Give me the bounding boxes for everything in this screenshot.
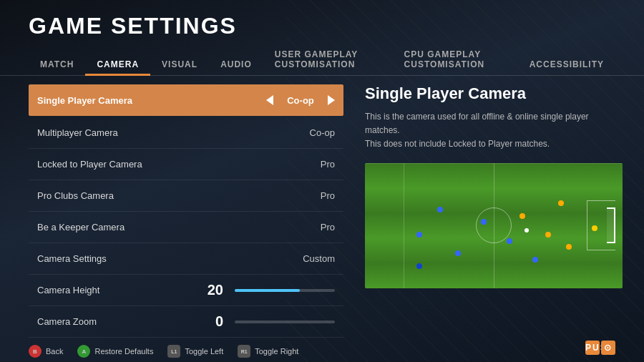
player [566,244,572,250]
push-logo: PUSH⊙ [584,340,615,355]
setting-label-multiplayer-camera: Multiplayer Camera [37,127,118,138]
keeper-camera-value: Pro [321,222,335,233]
single-player-camera-value: Co-op [279,95,322,106]
toggle-left-label: Toggle Left [185,347,223,356]
detail-panel: Single Player Camera This is the camera … [365,84,623,338]
camera-height-control: 20 [202,282,335,298]
player [545,232,551,238]
player [507,238,512,244]
player [558,200,564,206]
push-logo-icon: ⊙ [601,341,615,355]
setting-locked-to-player-camera[interactable]: Locked to Player Camera Pro [29,149,343,180]
camera-height-value: 20 [202,282,223,298]
setting-single-player-camera[interactable]: Single Player Camera Co-op [29,84,343,116]
toggle-right-icon: R1 [238,345,250,358]
setting-pro-clubs-camera[interactable]: Pro Clubs Camera Pro [29,180,343,212]
header: GAME SETTINGS [0,0,644,39]
back-button[interactable]: B Back [29,345,63,358]
detail-title: Single Player Camera [365,84,623,103]
camera-preview [365,163,623,288]
toggle-right-label: Toggle Right [255,347,298,356]
player [437,207,443,212]
detail-description: This is the camera used for all offline … [365,110,623,152]
setting-be-a-keeper-camera[interactable]: Be a Keeper Camera Pro [29,212,343,243]
tab-cpu-gameplay[interactable]: CPU GAMEPLAY CUSTOMISATION [393,45,518,75]
camera-zoom-value: 0 [202,313,223,330]
arrow-right-icon[interactable] [328,95,335,105]
toggle-right-button[interactable]: R1 Toggle Right [238,345,298,358]
camera-settings-value: Custom [303,253,335,264]
push-logo-text: PUSH [585,341,600,355]
tab-user-gameplay[interactable]: USER GAMEPLAY CUSTOMISATION [263,45,393,75]
setting-label-keeper: Be a Keeper Camera [37,222,125,233]
toggle-left-button[interactable]: L1 Toggle Left [167,345,223,358]
multiplayer-camera-value: Co-op [310,127,335,138]
player [455,250,461,256]
goal-post [607,207,615,243]
nav-tabs: MATCH CAMERA VISUAL AUDIO USER GAMEPLAY … [0,39,644,76]
setting-label-camera-height: Camera Height [37,285,99,295]
setting-label-pro-clubs: Pro Clubs Camera [37,190,114,201]
settings-panel: Single Player Camera Co-op Multiplayer C… [29,84,343,338]
pro-clubs-camera-value: Pro [321,190,335,201]
setting-label-camera-zoom: Camera Zoom [37,316,97,327]
footer: B Back A Restore Defaults L1 Toggle Left… [0,338,644,362]
tab-visual[interactable]: VISUAL [150,55,209,75]
locked-player-camera-value: Pro [321,159,335,170]
tab-audio[interactable]: AUDIO [209,55,263,75]
player [519,213,525,219]
setting-camera-zoom[interactable]: Camera Zoom 0 [29,306,343,338]
pitch [365,163,623,288]
restore-icon: A [77,345,90,358]
player [592,225,597,231]
toggle-left-icon: L1 [167,345,180,358]
restore-label: Restore Defaults [94,347,153,356]
camera-zoom-control: 0 [202,313,335,330]
setting-label-camera-settings: Camera Settings [37,253,107,264]
player [532,257,538,263]
main-content: Single Player Camera Co-op Multiplayer C… [0,76,644,338]
tab-camera[interactable]: CAMERA [85,55,150,75]
camera-height-slider[interactable] [235,289,335,292]
setting-value-control: Co-op [266,95,335,106]
setting-multiplayer-camera[interactable]: Multiplayer Camera Co-op [29,117,343,149]
player [416,232,422,238]
camera-height-fill [235,289,300,292]
settings-list: Single Player Camera Co-op Multiplayer C… [29,84,343,338]
arrow-left-icon[interactable] [266,95,273,105]
page-title: GAME SETTINGS [29,13,615,39]
setting-label-locked-player: Locked to Player Camera [37,159,142,170]
ball [525,228,529,233]
restore-defaults-button[interactable]: A Restore Defaults [77,345,153,358]
back-label: Back [46,347,63,356]
setting-camera-settings[interactable]: Camera Settings Custom [29,243,343,275]
tab-accessibility[interactable]: ACCESSIBILITY [518,55,615,75]
setting-label-single-player-camera: Single Player Camera [37,95,132,106]
tab-match[interactable]: MATCH [29,55,85,75]
setting-camera-height[interactable]: Camera Height 20 [29,275,343,306]
back-icon: B [29,345,42,358]
player [416,263,422,269]
camera-zoom-slider[interactable] [235,321,335,323]
